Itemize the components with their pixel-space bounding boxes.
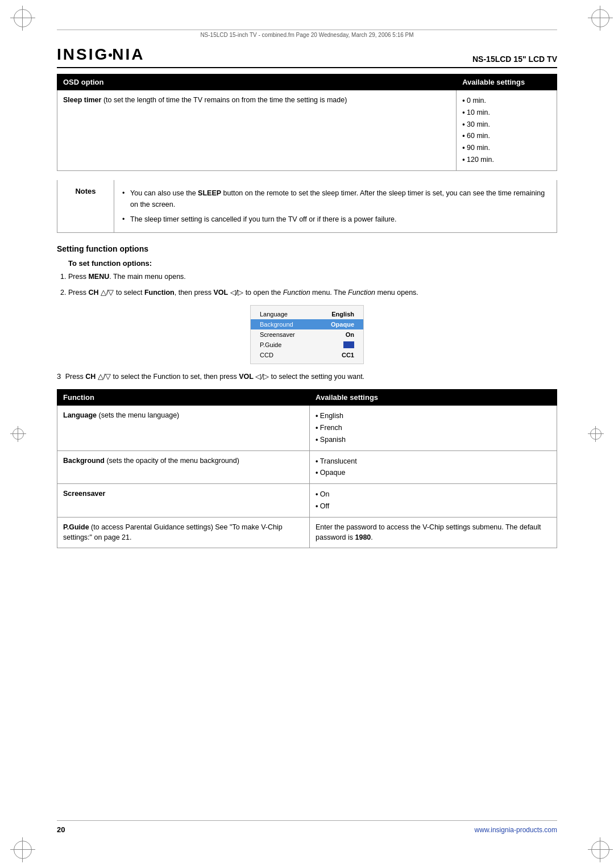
menu-screenshot: Language English Background Opaque Scree… (250, 305, 364, 364)
notes-content: You can also use the SLEEP button on the… (114, 180, 557, 232)
steps-list: Press MENU. The main menu opens. Press C… (57, 271, 557, 298)
table-row: P.Guide (to access Parental Guidance set… (57, 517, 557, 548)
osd-table: OSD option Available settings Sleep time… (57, 74, 557, 171)
list-item: English (316, 410, 551, 422)
func-cell: Background (sets the opacity of the menu… (57, 450, 310, 484)
list-item: Opaque (316, 467, 551, 479)
language-text: (sets the menu language) (99, 411, 180, 419)
menu-row: Screensaver On (251, 329, 363, 340)
list-item: French (316, 422, 551, 434)
table-row: Background (sets the opacity of the menu… (57, 450, 557, 484)
table-row: Sleep timer (to set the length of time t… (57, 90, 557, 171)
osd-col2-header: Available settings (457, 74, 557, 90)
notes-list: You can also use the SLEEP button on the… (122, 186, 549, 227)
sleep-timer-text: (to set the length of time the TV remain… (103, 96, 347, 104)
page-header: INSIGNIA NS-15LCD 15" LCD TV (57, 45, 557, 68)
list-item: 120 min. (462, 154, 551, 166)
table-row: Screensaver On Off (57, 484, 557, 518)
list-item: 0 min. (462, 95, 551, 107)
menu-label: P.Guide (260, 341, 281, 348)
menu-row: P.Guide (251, 340, 363, 350)
func-col2-header: Available settings (310, 390, 557, 406)
reg-mark-bl (10, 842, 26, 858)
step3-para: 3 Press CH △/▽ to select the Function to… (57, 371, 557, 383)
menu-label: Language (260, 311, 288, 318)
footer-url: www.insignia-products.com (475, 826, 557, 834)
reg-mark-mr (588, 426, 604, 442)
menu-row: Language English (251, 309, 363, 319)
function-bold: Function (144, 289, 175, 297)
list-item: Press MENU. The main menu opens. (68, 271, 557, 282)
func-settings-cell: English French Spanish (310, 406, 557, 450)
reg-mark-br (588, 842, 604, 858)
settings-list: English French Spanish (316, 410, 551, 445)
list-item: On (316, 489, 551, 500)
menu-label: CCD (260, 352, 273, 358)
reg-mark-tl (10, 10, 26, 26)
func-cell: P.Guide (to access Parental Guidance set… (57, 517, 310, 548)
osd-option-cell: Sleep timer (to set the length of time t… (57, 90, 457, 171)
list-item: Press CH △/▽ to select Function, then pr… (68, 287, 557, 298)
vol-bold2: VOL (239, 373, 254, 381)
settings-list: Translucent Opaque (316, 456, 551, 479)
function-table: Function Available settings Language (se… (57, 389, 557, 548)
func-cell: Language (sets the menu language) (57, 406, 310, 450)
main-content: OSD option Available settings Sleep time… (57, 74, 557, 557)
ch-bold: CH (85, 373, 96, 381)
reg-mark-ml (10, 426, 26, 442)
table-row: Language (sets the menu language) Englis… (57, 406, 557, 450)
vol-bold: VOL (214, 289, 229, 297)
menu-value: On (346, 331, 354, 338)
list-item: 90 min. (462, 142, 551, 154)
osd-settings-cell: 0 min. 10 min. 30 min. 60 min. 90 min. 1… (457, 90, 557, 171)
func-cell: Screensaver (57, 484, 310, 518)
menu-row: CCD CC1 (251, 350, 363, 360)
list-item: Translucent (316, 456, 551, 468)
list-item: Off (316, 500, 551, 512)
setting-function-heading: Setting function options (57, 244, 557, 253)
step3-number: 3 (57, 372, 61, 381)
notes-label: Notes (57, 180, 114, 232)
menu-row-highlighted: Background Opaque (251, 319, 363, 329)
set-function-subheading: To set function options: (68, 259, 557, 268)
menu-value-bar (343, 341, 354, 348)
pguide-settings: Enter the password to access the V-Chip … (316, 523, 541, 542)
list-item: The sleep timer setting is cancelled if … (122, 212, 549, 227)
notes-section: Notes You can also use the SLEEP button … (57, 180, 557, 233)
settings-list: On Off (316, 489, 551, 512)
list-item: You can also use the SLEEP button on the… (122, 186, 549, 212)
page-footer: 20 www.insignia-products.com (57, 820, 557, 834)
menu-label: Background (260, 321, 293, 328)
background-bold: Background (63, 457, 105, 465)
sleep-timer-bold: Sleep timer (63, 96, 101, 104)
insignia-logo: INSIGNIA (57, 45, 144, 64)
header-model: NS-15LCD 15" LCD TV (472, 55, 557, 64)
func-settings-cell: Enter the password to access the V-Chip … (310, 517, 557, 548)
logo-dot (109, 53, 112, 57)
settings-list: 0 min. 10 min. 30 min. 60 min. 90 min. 1… (462, 95, 551, 166)
language-bold: Language (63, 411, 97, 419)
reg-mark-tr (588, 10, 604, 26)
menu-bold: MENU (88, 273, 109, 281)
list-item: Spanish (316, 434, 551, 446)
func-settings-cell: Translucent Opaque (310, 450, 557, 484)
list-item: 10 min. (462, 107, 551, 119)
file-info-text: NS-15LCD 15-inch TV - combined.fm Page 2… (200, 32, 413, 38)
list-item: 60 min. (462, 130, 551, 142)
page-number: 20 (57, 825, 65, 834)
menu-value: Opaque (331, 321, 354, 328)
file-info-bar: NS-15LCD 15-inch TV - combined.fm Page 2… (57, 30, 557, 38)
background-text: (sets the opacity of the menu background… (106, 457, 239, 465)
func-settings-cell: On Off (310, 484, 557, 518)
pguide-text: (to access Parental Guidance settings) S… (63, 523, 283, 542)
password-bold: 1980 (355, 533, 371, 541)
osd-col1-header: OSD option (57, 74, 457, 90)
menu-label: Screensaver (260, 331, 295, 338)
function-italic: Function (283, 289, 310, 297)
menu-value: English (331, 311, 354, 318)
list-item: 30 min. (462, 119, 551, 131)
page-container: NS-15LCD 15-inch TV - combined.fm Page 2… (0, 0, 614, 868)
screensaver-bold: Screensaver (63, 490, 105, 498)
function-italic2: Function (348, 289, 375, 297)
sleep-bold: SLEEP (198, 189, 221, 197)
